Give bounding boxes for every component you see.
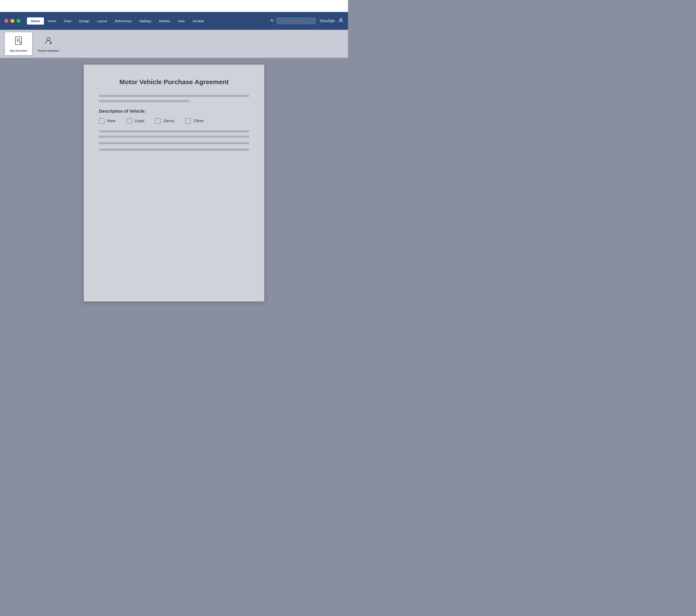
section-vehicle-title: Description of Vehicle: <box>99 109 249 114</box>
doc-line-3 <box>99 130 249 132</box>
doc-line-5 <box>99 142 249 144</box>
close-button[interactable] <box>4 19 8 23</box>
ribbon: Sign Document Request Signature <box>0 30 348 58</box>
sign-document-button[interactable]: Sign Document <box>4 32 33 56</box>
svg-point-6 <box>47 37 50 41</box>
request-signature-button[interactable]: Request Signature <box>34 32 63 56</box>
menu-item-design[interactable]: Design <box>75 17 93 25</box>
request-signature-label: Request Signature <box>38 49 59 52</box>
docusign-label: DocuSign <box>320 19 335 23</box>
checkbox-new-label: New <box>107 119 115 123</box>
search-input[interactable] <box>276 18 316 24</box>
window-controls <box>4 19 20 23</box>
menu-item-references[interactable]: References <box>111 17 136 25</box>
checkbox-other[interactable]: Other <box>185 118 204 124</box>
menu-item-view[interactable]: View <box>174 17 189 25</box>
checkbox-new-box[interactable] <box>99 118 105 124</box>
title-bar-area <box>0 0 348 12</box>
request-signature-icon <box>43 35 54 48</box>
menu-item-draw[interactable]: Draw <box>60 17 75 25</box>
menu-item-acrobat[interactable]: Acrobat <box>189 17 208 25</box>
svg-rect-1 <box>15 37 21 45</box>
checkbox-used-label: Used <box>135 119 144 123</box>
menu-item-review[interactable]: Review <box>155 17 174 25</box>
menu-bar: Home Insert Draw Design Layout Reference… <box>0 12 348 30</box>
search-icon: 🔍 <box>270 19 275 23</box>
document-page: Motor Vehicle Purchase Agreement Descrip… <box>84 65 264 301</box>
doc-line-1 <box>99 95 249 97</box>
checkbox-new[interactable]: New <box>99 118 115 124</box>
menu-item-layout[interactable]: Layout <box>93 17 111 25</box>
minimize-button[interactable] <box>11 19 14 23</box>
sign-document-icon <box>13 35 24 48</box>
menu-items: Home Insert Draw Design Layout Reference… <box>27 17 270 25</box>
menu-item-home[interactable]: Home <box>27 17 44 25</box>
checkbox-other-box[interactable] <box>185 118 191 124</box>
checkbox-demo-box[interactable] <box>155 118 161 124</box>
checkbox-demo-label: Demo <box>163 119 174 123</box>
sign-document-label: Sign Document <box>10 49 27 52</box>
canvas-area: Motor Vehicle Purchase Agreement Descrip… <box>0 58 348 308</box>
menu-item-mailings[interactable]: Mailings <box>136 17 155 25</box>
checkbox-used[interactable]: Used <box>126 118 144 124</box>
maximize-button[interactable] <box>17 19 20 23</box>
doc-line-6 <box>99 148 249 151</box>
doc-line-4 <box>99 136 249 138</box>
checkbox-other-label: Other <box>193 119 204 123</box>
checkbox-used-box[interactable] <box>126 118 132 124</box>
doc-lines-group <box>99 130 249 151</box>
user-icon-area[interactable] <box>338 18 344 25</box>
docusign-area: DocuSign <box>320 19 335 23</box>
document-title: Motor Vehicle Purchase Agreement <box>99 78 249 86</box>
svg-point-0 <box>340 18 342 20</box>
search-area: 🔍 <box>270 18 316 24</box>
doc-line-2 <box>99 100 189 102</box>
checkboxes-row: New Used Demo Other <box>99 118 249 124</box>
checkbox-demo[interactable]: Demo <box>155 118 174 124</box>
user-icon <box>338 18 344 23</box>
menu-item-insert[interactable]: Insert <box>44 17 60 25</box>
